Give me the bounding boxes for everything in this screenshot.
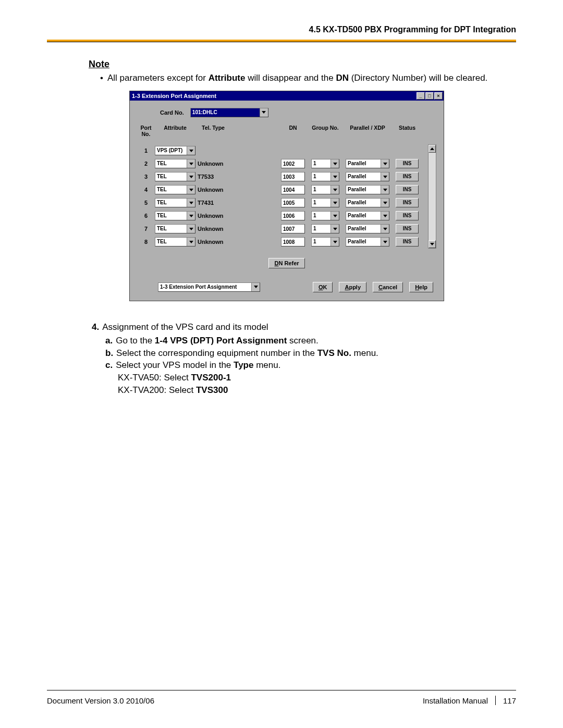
chevron-down-icon[interactable] [381, 159, 389, 168]
step-4c-line1: KX-TVA50: Select TVS200-1 [118, 372, 516, 384]
chevron-down-icon[interactable] [187, 212, 195, 220]
step-4c-line1-bold: TVS200-1 [191, 373, 231, 382]
scroll-up-icon[interactable] [429, 145, 436, 153]
step-4b-bold: TVS No. [317, 348, 351, 358]
chevron-down-icon[interactable] [331, 238, 339, 246]
dn-input[interactable]: 1002 [281, 159, 305, 168]
note-text-1: All parameters except for [107, 73, 209, 83]
header-dn: DN [278, 125, 308, 137]
chevron-down-icon[interactable] [187, 238, 195, 246]
attribute-select[interactable]: TEL [155, 224, 195, 233]
teltype-value: Unknown [195, 239, 278, 245]
chevron-down-icon[interactable] [187, 146, 195, 155]
step-4c-line2-pre: KX-TVA200: Select [118, 385, 196, 395]
minimize-icon[interactable]: _ [417, 92, 425, 100]
group-select[interactable]: 1 [311, 159, 339, 168]
status-button[interactable]: INS [396, 172, 419, 181]
chevron-down-icon[interactable] [187, 172, 195, 181]
parallel-xdp-value: Parallel [346, 238, 381, 246]
status-button[interactable]: INS [396, 211, 419, 220]
apply-button[interactable]: Apply [339, 282, 366, 292]
group-value: 1 [312, 212, 331, 220]
step-4c-letter: c. [105, 360, 116, 370]
group-select[interactable]: 1 [311, 185, 339, 194]
chevron-down-icon[interactable] [381, 186, 389, 194]
status-button[interactable]: INS [396, 237, 419, 246]
chevron-down-icon[interactable] [381, 225, 389, 233]
chevron-down-icon[interactable] [331, 212, 339, 220]
chevron-down-icon[interactable] [331, 225, 339, 233]
group-select[interactable]: 1 [311, 172, 339, 181]
parallel-xdp-value: Parallel [346, 199, 381, 207]
status-button[interactable]: INS [396, 185, 419, 194]
header-group: Group No. [308, 125, 342, 137]
attribute-select[interactable]: TEL [155, 185, 195, 194]
manual-label: Installation Manual [423, 696, 488, 705]
attribute-select[interactable]: TEL [155, 172, 195, 181]
scroll-down-icon[interactable] [429, 240, 436, 248]
parallel-xdp-select[interactable]: Parallel [346, 198, 389, 207]
status-button[interactable]: INS [396, 224, 419, 233]
attribute-select[interactable]: TEL [155, 211, 195, 220]
teltype-value: T7431 [195, 200, 278, 206]
parallel-xdp-value: Parallel [346, 186, 381, 194]
port-number: 3 [137, 174, 155, 180]
group-select[interactable]: 1 [311, 198, 339, 207]
group-select[interactable]: 1 [311, 224, 339, 233]
chevron-down-icon[interactable] [187, 159, 195, 168]
dn-refer-button[interactable]: DN Refer [268, 258, 304, 268]
close-icon[interactable]: × [434, 92, 443, 100]
chevron-down-icon[interactable] [381, 199, 389, 207]
chevron-down-icon[interactable] [251, 283, 260, 291]
dn-input[interactable]: 1003 [281, 172, 305, 181]
dn-input[interactable]: 1008 [281, 237, 305, 246]
parallel-xdp-select[interactable]: Parallel [346, 172, 389, 181]
chevron-down-icon[interactable] [187, 186, 195, 194]
step-4c-pre: Select your VPS model in the [116, 360, 234, 370]
cancel-button[interactable]: Cancel [373, 282, 403, 292]
group-select[interactable]: 1 [311, 211, 339, 220]
bullet-icon: • [100, 73, 107, 83]
attribute-select[interactable]: TEL [155, 198, 195, 207]
chevron-down-icon[interactable] [381, 212, 389, 220]
card-no-value: 101:DHLC [191, 108, 260, 117]
teltype-value: T7533 [195, 174, 278, 180]
scrollbar[interactable] [428, 144, 436, 249]
chevron-down-icon[interactable] [187, 199, 195, 207]
step-4c-line2-bold: TVS300 [196, 385, 228, 395]
chevron-down-icon[interactable] [331, 186, 339, 194]
footer-rule [47, 690, 516, 690]
parallel-xdp-select[interactable]: Parallel [346, 159, 389, 168]
ok-button[interactable]: OK [313, 282, 333, 292]
chevron-down-icon[interactable] [331, 199, 339, 207]
dn-input[interactable]: 1007 [281, 224, 305, 233]
group-select[interactable]: 1 [311, 237, 339, 246]
status-button[interactable]: INS [396, 198, 419, 207]
attribute-select[interactable]: TEL [155, 159, 195, 168]
dn-input[interactable]: 1006 [281, 211, 305, 220]
dn-input[interactable]: 1004 [281, 185, 305, 194]
help-button[interactable]: Help [409, 282, 433, 292]
card-no-select[interactable]: 101:DHLC [190, 108, 268, 117]
chevron-down-icon[interactable] [187, 225, 195, 233]
parallel-xdp-select[interactable]: Parallel [346, 237, 389, 246]
attribute-select[interactable]: VPS (DPT) [155, 146, 195, 155]
header-teltype: Tel. Type [195, 125, 278, 137]
attribute-value: TEL [155, 172, 187, 181]
chevron-down-icon[interactable] [381, 172, 389, 181]
attribute-select[interactable]: TEL [155, 237, 195, 246]
dn-input[interactable]: 1005 [281, 198, 305, 207]
port-number: 4 [137, 187, 155, 193]
table-row: 7TELUnknown10071ParallelINS [137, 223, 426, 236]
parallel-xdp-select[interactable]: Parallel [346, 211, 389, 220]
maximize-icon[interactable]: □ [425, 92, 434, 100]
chevron-down-icon[interactable] [260, 108, 268, 117]
parallel-xdp-select[interactable]: Parallel [346, 185, 389, 194]
parallel-xdp-select[interactable]: Parallel [346, 224, 389, 233]
footer-select[interactable]: 1-3 Extension Port Assignment [158, 282, 260, 292]
page-number: 117 [503, 696, 516, 705]
chevron-down-icon[interactable] [331, 159, 339, 168]
chevron-down-icon[interactable] [331, 172, 339, 181]
chevron-down-icon[interactable] [381, 238, 389, 246]
status-button[interactable]: INS [396, 159, 419, 168]
